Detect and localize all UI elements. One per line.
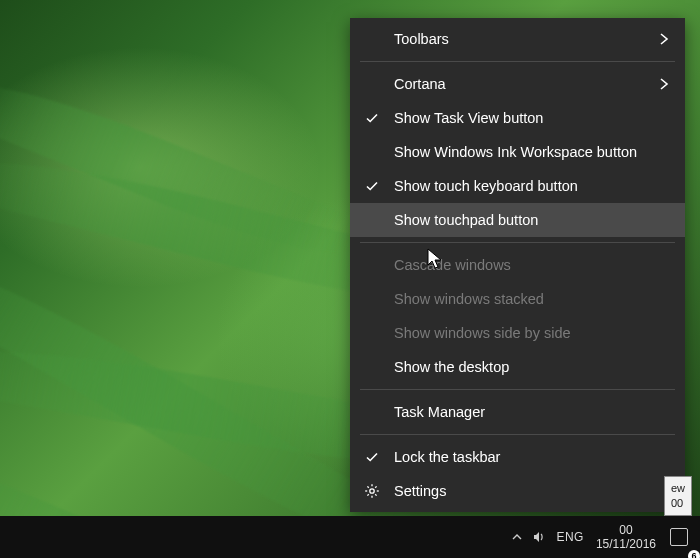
menu-item-label: Show Task View button bbox=[394, 110, 671, 126]
menu-item-show-touch-keyboard-button[interactable]: Show touch keyboard button bbox=[350, 169, 685, 203]
tray-action-center[interactable]: 6 bbox=[662, 516, 696, 558]
icon-placeholder bbox=[362, 255, 382, 275]
menu-item-label: Show windows side by side bbox=[394, 325, 671, 341]
tray-clock-date[interactable]: 00 15/11/2016 bbox=[590, 516, 662, 558]
menu-separator bbox=[360, 434, 675, 435]
icon-placeholder bbox=[362, 357, 382, 377]
menu-item-show-the-desktop[interactable]: Show the desktop bbox=[350, 350, 685, 384]
check-icon bbox=[364, 110, 380, 126]
submenu-chevron-icon bbox=[657, 77, 671, 91]
menu-item-label: Task Manager bbox=[394, 404, 671, 420]
tray-date: 15/11/2016 bbox=[596, 537, 656, 551]
tray-overflow-chevron[interactable] bbox=[506, 516, 528, 558]
submenu-chevron-icon bbox=[657, 32, 671, 46]
menu-item-label: Show touch keyboard button bbox=[394, 178, 671, 194]
tray-language-label: ENG bbox=[556, 530, 584, 544]
menu-item-show-touchpad-button[interactable]: Show touchpad button bbox=[350, 203, 685, 237]
svg-point-0 bbox=[370, 489, 374, 493]
svg-line-7 bbox=[375, 486, 376, 487]
menu-item-cortana[interactable]: Cortana bbox=[350, 67, 685, 101]
notification-count-badge: 6 bbox=[688, 550, 700, 558]
notification-icon bbox=[670, 528, 688, 546]
menu-item-show-windows-stacked: Show windows stacked bbox=[350, 282, 685, 316]
chevron-right-icon bbox=[657, 77, 671, 91]
menu-item-label: Cortana bbox=[394, 76, 657, 92]
check-icon bbox=[362, 447, 382, 467]
menu-item-cascade-windows: Cascade windows bbox=[350, 248, 685, 282]
menu-item-label: Show Windows Ink Workspace button bbox=[394, 144, 671, 160]
chevron-right-icon bbox=[657, 32, 671, 46]
icon-placeholder bbox=[362, 74, 382, 94]
menu-item-label: Settings bbox=[394, 483, 671, 499]
svg-line-8 bbox=[367, 494, 368, 495]
menu-item-show-task-view-button[interactable]: Show Task View button bbox=[350, 101, 685, 135]
menu-item-label: Show touchpad button bbox=[394, 212, 671, 228]
svg-line-5 bbox=[367, 486, 368, 487]
menu-item-lock-the-taskbar[interactable]: Lock the taskbar bbox=[350, 440, 685, 474]
menu-item-show-windows-ink-workspace-button[interactable]: Show Windows Ink Workspace button bbox=[350, 135, 685, 169]
tray-language[interactable]: ENG bbox=[550, 516, 590, 558]
menu-item-label: Lock the taskbar bbox=[394, 449, 671, 465]
icon-placeholder bbox=[362, 29, 382, 49]
tray-tooltip: ew 00 bbox=[664, 476, 692, 516]
check-icon bbox=[364, 449, 380, 465]
svg-line-6 bbox=[375, 494, 376, 495]
tray-icon-volume[interactable] bbox=[528, 516, 550, 558]
menu-separator bbox=[360, 61, 675, 62]
gear-icon bbox=[362, 481, 382, 501]
menu-item-label: Show the desktop bbox=[394, 359, 671, 375]
speaker-icon bbox=[532, 530, 546, 544]
menu-item-label: Show windows stacked bbox=[394, 291, 671, 307]
menu-item-settings[interactable]: Settings bbox=[350, 474, 685, 508]
check-icon bbox=[364, 178, 380, 194]
menu-separator bbox=[360, 389, 675, 390]
icon-placeholder bbox=[362, 142, 382, 162]
tray-tooltip-line1: ew bbox=[671, 481, 685, 496]
menu-item-label: Toolbars bbox=[394, 31, 657, 47]
menu-item-show-windows-side-by-side: Show windows side by side bbox=[350, 316, 685, 350]
menu-separator bbox=[360, 242, 675, 243]
check-icon bbox=[362, 176, 382, 196]
chevron-up-icon bbox=[512, 532, 522, 542]
gear-icon bbox=[364, 483, 380, 499]
menu-item-toolbars[interactable]: Toolbars bbox=[350, 22, 685, 56]
icon-placeholder bbox=[362, 323, 382, 343]
tray-clock: 00 bbox=[619, 523, 632, 537]
tray-tooltip-line2: 00 bbox=[671, 496, 685, 511]
taskbar[interactable]: ENG 00 15/11/2016 6 bbox=[0, 516, 700, 558]
icon-placeholder bbox=[362, 402, 382, 422]
menu-item-task-manager[interactable]: Task Manager bbox=[350, 395, 685, 429]
check-icon bbox=[362, 108, 382, 128]
menu-item-label: Cascade windows bbox=[394, 257, 671, 273]
taskbar-context-menu: ToolbarsCortanaShow Task View buttonShow… bbox=[350, 18, 685, 512]
icon-placeholder bbox=[362, 289, 382, 309]
icon-placeholder bbox=[362, 210, 382, 230]
